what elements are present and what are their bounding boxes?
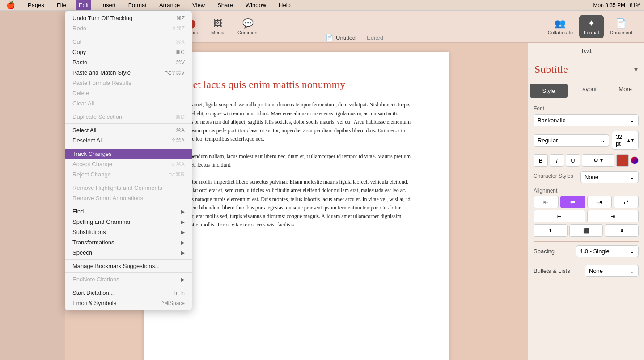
tab-layout[interactable]: Layout — [569, 82, 607, 100]
menubar-status: Mon 8:35 PM 81% — [593, 2, 640, 8]
toolbar-collaborate[interactable]: 👥 Collaborate — [543, 15, 577, 38]
font-color-swatch[interactable] — [616, 154, 629, 167]
character-styles-dropdown[interactable]: None ⌄ — [580, 171, 639, 183]
menu-item-manage-bookmark-suggestions[interactable]: Manage Bookmark Suggestions... — [65, 261, 192, 271]
menu-item-paste-and-match-style[interactable]: Paste and Match Style⌥⇧⌘V — [65, 67, 192, 78]
underline-button[interactable]: U — [566, 154, 580, 167]
toolbar-media[interactable]: 🖼 Media — [206, 16, 229, 38]
menubar-format[interactable]: Format — [126, 0, 149, 10]
collaborate-icon: 👥 — [555, 18, 566, 29]
font-section-label: Font — [534, 105, 639, 112]
menu-item-label: Transformations — [72, 239, 114, 246]
comment-label: Comment — [237, 30, 259, 35]
font-style-dropdown[interactable]: Regular ⌄ — [534, 134, 609, 147]
align-indent-inc-btn[interactable]: ⇥ — [587, 210, 639, 222]
bold-button[interactable]: B — [534, 154, 548, 167]
font-size-stepper: ▲▼ — [627, 138, 635, 142]
menu-item-paste[interactable]: Paste⌘V — [65, 57, 192, 67]
menubar-pages[interactable]: Pages — [25, 0, 47, 10]
font-name-dropdown[interactable]: Baskerville ⌄ — [534, 114, 639, 126]
italic-button[interactable]: I — [550, 154, 564, 167]
left-panel — [0, 11, 65, 360]
menu-separator — [65, 205, 192, 205]
menubar-view[interactable]: View — [190, 0, 208, 10]
panel-chevron-icon[interactable]: ▾ — [634, 65, 638, 74]
document-subtitle[interactable]: d et lacus quis enim mattis nonummy — [180, 79, 413, 92]
document-icon: 📄 — [615, 18, 627, 29]
submenu-arrow-icon: ▶ — [181, 209, 185, 215]
submenu-arrow-icon: ▶ — [181, 229, 185, 235]
toolbar-format[interactable]: ✦ Format — [579, 15, 604, 38]
comment-icon: 💬 — [242, 18, 254, 29]
menubar-arrange[interactable]: Arrange — [157, 0, 182, 10]
panel-subtitle-display: Subtitle ▾ — [528, 57, 644, 82]
menu-item-spelling-and-grammar[interactable]: Spelling and Grammar▶ — [65, 217, 192, 227]
align-right-btn[interactable]: ⇥ — [587, 196, 612, 208]
menu-item-start-dictation[interactable]: Start Dictation...fn fn — [65, 288, 192, 298]
menu-item-transformations[interactable]: Transformations▶ — [65, 237, 192, 247]
toolbar-comment[interactable]: 💬 Comment — [233, 15, 263, 38]
apple-menu[interactable]: 🍎 — [4, 0, 18, 10]
color-wheel[interactable] — [631, 154, 639, 167]
menu-item-emoji--symbols[interactable]: Emoji & Symbols^⌘Space — [65, 298, 192, 308]
menu-separator — [65, 123, 192, 124]
menu-item-reject-change: Reject Change⌥⌘R — [65, 169, 192, 180]
menu-item-label: Duplicate Selection — [72, 113, 122, 120]
align-center-btn[interactable]: ⇌ — [560, 196, 585, 208]
tab-more[interactable]: More — [606, 82, 644, 100]
menu-separator — [65, 147, 192, 147]
toolbar-right-tools: 👥 Collaborate ✦ Format 📄 Document — [543, 15, 637, 38]
menu-battery: 81% — [630, 2, 640, 8]
menubar-share[interactable]: Share — [215, 0, 236, 10]
spacing-value: 1.0 - Single — [580, 248, 610, 255]
menu-item-paste-formula-results: Paste Formula Results — [65, 78, 192, 88]
menu-item-select-all[interactable]: Select All⌘A — [65, 125, 192, 135]
menu-item-label: Manage Bookmark Suggestions... — [72, 263, 160, 269]
bullets-dropdown[interactable]: None ⌄ — [585, 265, 639, 277]
align-indent-dec-btn[interactable]: ⇤ — [534, 210, 585, 222]
menu-item-deselect-all[interactable]: Deselect All⇧⌘A — [65, 135, 192, 146]
menu-shortcut: fn fn — [174, 290, 185, 296]
menubar-file[interactable]: File — [54, 0, 69, 10]
menu-item-label: Reject Change — [72, 171, 111, 178]
font-style-value: Regular — [538, 137, 558, 144]
spacing-section[interactable]: Spacing 1.0 - Single ⌄ — [534, 241, 639, 261]
menu-item-copy[interactable]: Copy⌘C — [65, 47, 192, 57]
menu-item-undo-turn-off-tracking[interactable]: Undo Turn Off Tracking⌘Z — [65, 13, 192, 23]
font-style-chevron: ⌄ — [600, 137, 605, 144]
menu-item-accept-change: Accept Change⌥⌘A — [65, 159, 192, 169]
document-body[interactable]: or sit amet, ligula suspendisse nulla pr… — [180, 100, 413, 229]
menu-item-find[interactable]: Find▶ — [65, 206, 192, 217]
doc-dash: — — [358, 34, 364, 41]
submenu-arrow-icon: ▶ — [181, 276, 185, 283]
menu-shortcut: ⇧⌘A — [171, 138, 185, 144]
menu-item-endnote-citations: EndNote Citations▶ — [65, 274, 192, 285]
align-left-btn[interactable]: ⇤ — [534, 196, 559, 208]
menu-shortcut: ⌘V — [176, 59, 185, 66]
menu-item-substitutions[interactable]: Substitutions▶ — [65, 227, 192, 237]
bullets-section[interactable]: Bullets & Lists None ⌄ — [534, 261, 639, 280]
menu-item-label: Select All — [72, 127, 96, 134]
menu-item-label: Track Changes — [72, 151, 112, 157]
font-size-field[interactable]: 32 pt ▲▼ — [612, 131, 639, 150]
menubar-edit[interactable]: Edit — [76, 0, 91, 10]
align-justify-btn[interactable]: ⇄ — [614, 196, 639, 208]
menu-item-cut: Cut⌘X — [65, 37, 192, 47]
menu-item-track-changes[interactable]: Track Changes — [65, 149, 192, 159]
spacing-dropdown[interactable]: 1.0 - Single ⌄ — [576, 245, 639, 257]
menu-shortcut: ⌘Z — [176, 15, 185, 21]
menu-separator — [65, 35, 192, 35]
align-vbot-btn[interactable]: ⬇ — [605, 224, 639, 237]
align-vtop-btn[interactable]: ⬆ — [534, 224, 568, 237]
align-vmid-btn[interactable]: ⬛ — [569, 224, 603, 237]
doc-edited-label: Edited — [367, 34, 383, 41]
menu-item-label: Paste and Match Style — [72, 69, 131, 76]
menubar-help[interactable]: Help — [276, 0, 293, 10]
toolbar-document[interactable]: 📄 Document — [606, 15, 637, 38]
font-options-button[interactable]: ⚙ ▾ — [582, 154, 614, 167]
menubar-window[interactable]: Window — [243, 0, 269, 10]
menu-item-speech[interactable]: Speech▶ — [65, 247, 192, 258]
menubar-insert[interactable]: Insert — [98, 0, 119, 10]
tab-style[interactable]: Style — [530, 84, 568, 98]
doc-paragraph-3: Porttitor mollis imperdiet libero senect… — [180, 178, 413, 229]
